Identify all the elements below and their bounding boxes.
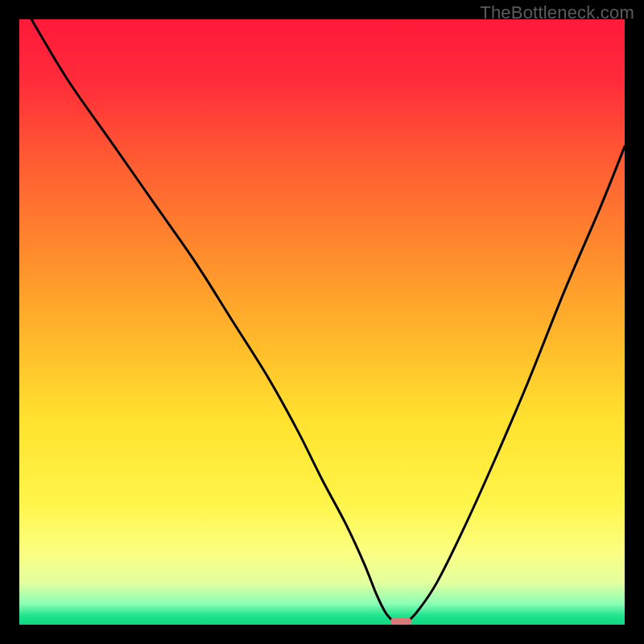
plot-area xyxy=(19,19,625,625)
chart-frame: TheBottleneck.com xyxy=(0,0,644,644)
watermark-text: TheBottleneck.com xyxy=(480,2,634,23)
bottleneck-curve xyxy=(19,19,625,625)
optimum-marker xyxy=(390,617,411,625)
